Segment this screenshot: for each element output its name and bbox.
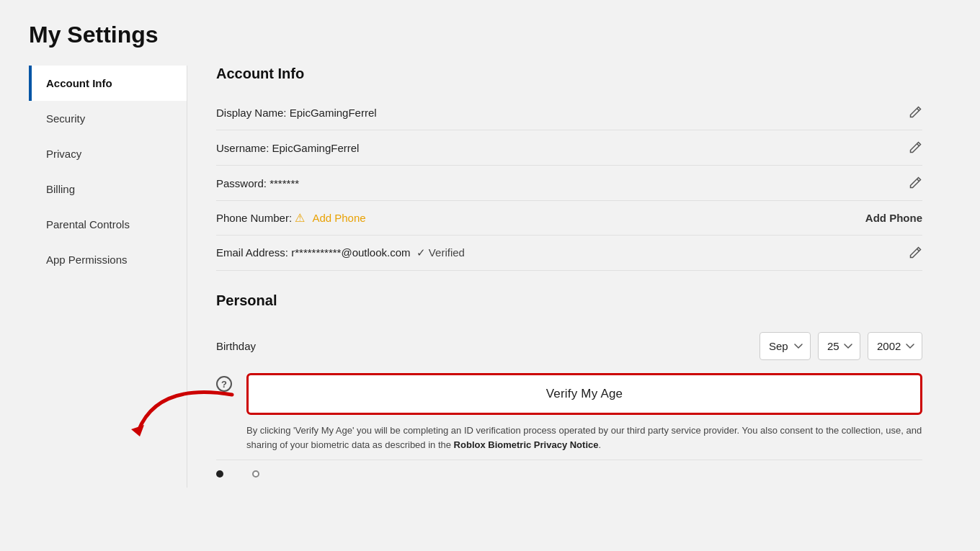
bottom-dots-row <box>216 460 922 488</box>
phone-row: Phone Number: ⚠ Add Phone Add Phone <box>216 201 922 236</box>
email-verified-badge: ✓ Verified <box>416 246 465 259</box>
sidebar: Account Info Security Privacy Billing Pa… <box>29 66 187 488</box>
help-icon[interactable]: ? <box>216 376 232 392</box>
biometric-privacy-link[interactable]: Roblox Biometric Privacy Notice <box>454 439 599 450</box>
edit-icon <box>908 140 922 155</box>
edit-icon <box>908 176 922 190</box>
birthday-selects: JanFebMarApr MayJunJulAug SepOctNovDec /… <box>760 332 922 360</box>
verify-section: ? Verify My Age By clicking 'Veri <box>216 373 922 452</box>
edit-icon <box>908 246 922 260</box>
birthday-year-select[interactable]: 2023202220212020201920182017201620152014… <box>868 332 922 360</box>
email-edit-button[interactable] <box>908 246 922 260</box>
sidebar-item-billing[interactable]: Billing <box>29 171 187 207</box>
phone-label: Phone Number: ⚠ Add Phone <box>216 211 366 225</box>
verify-my-age-button[interactable]: Verify My Age <box>246 373 922 415</box>
sidebar-item-security[interactable]: Security <box>29 101 187 136</box>
display-name-row: Display Name: EpicGamingFerrel <box>216 95 922 130</box>
phone-add-link[interactable]: Add Phone <box>312 212 365 224</box>
dot-filled <box>216 470 223 478</box>
verify-description: By clicking 'Verify My Age' you will be … <box>246 424 922 452</box>
username-edit-button[interactable] <box>908 140 922 155</box>
sidebar-item-parental-controls[interactable]: Parental Controls <box>29 207 187 242</box>
edit-icon <box>908 105 922 120</box>
password-row: Password: ******* <box>216 166 922 201</box>
dot-item-2 <box>252 470 259 478</box>
content-layout: Account Info Security Privacy Billing Pa… <box>29 66 951 488</box>
email-label: Email Address: r***********@outlook.com … <box>216 246 465 259</box>
account-info-title: Account Info <box>216 66 922 82</box>
birthday-row: Birthday JanFebMarApr MayJunJulAug SepOc… <box>216 322 922 367</box>
verify-left: ? <box>216 373 232 452</box>
sidebar-item-account-info[interactable]: Account Info <box>29 66 187 101</box>
birthday-label: Birthday <box>216 340 360 352</box>
dot-empty <box>252 470 259 478</box>
phone-add-button[interactable]: Add Phone <box>865 212 922 224</box>
email-row: Email Address: r***********@outlook.com … <box>216 236 922 271</box>
dot-item-1 <box>216 470 223 478</box>
phone-warning-icon: ⚠ <box>295 212 305 224</box>
birthday-month-select[interactable]: JanFebMarApr MayJunJulAug SepOctNovDec <box>760 332 811 360</box>
password-label: Password: ******* <box>216 177 299 189</box>
sidebar-item-privacy[interactable]: Privacy <box>29 136 187 171</box>
main-content: Account Info Display Name: EpicGamingFer… <box>187 66 951 488</box>
display-name-label: Display Name: EpicGamingFerrel <box>216 107 377 119</box>
username-row: Username: EpicGamingFerrel <box>216 130 922 166</box>
personal-section: Personal Birthday JanFebMarApr MayJunJul… <box>216 292 922 488</box>
sidebar-item-app-permissions[interactable]: App Permissions <box>29 242 187 277</box>
username-label: Username: EpicGamingFerrel <box>216 142 359 154</box>
personal-title: Personal <box>216 292 922 309</box>
birthday-day-select[interactable]: // Will be populated by JS below 1234567… <box>818 332 860 360</box>
page-title: My Settings <box>29 22 951 48</box>
verify-right: Verify My Age By clicking 'Verify My Age… <box>246 373 922 452</box>
password-edit-button[interactable] <box>908 176 922 190</box>
page-wrapper: My Settings Account Info Security Privac… <box>0 0 980 509</box>
display-name-edit-button[interactable] <box>908 105 922 120</box>
